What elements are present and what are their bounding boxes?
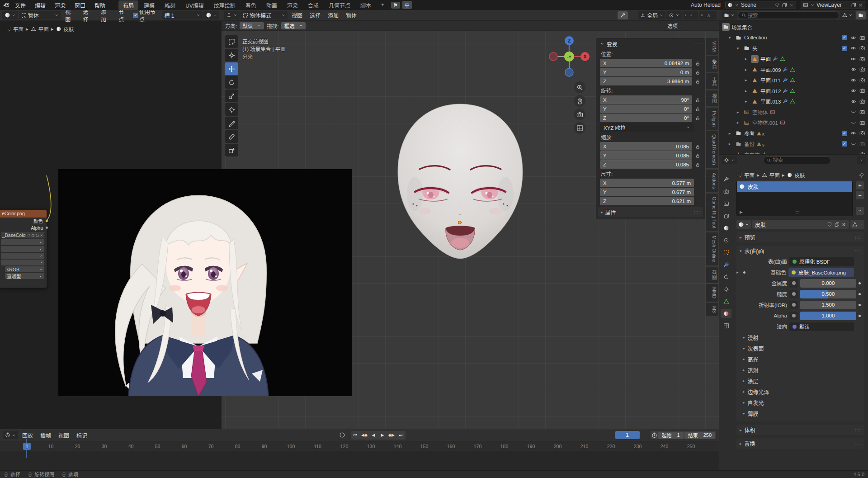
outliner-row-empty[interactable]: ▸ 空物体 [719, 107, 868, 118]
workspace-tab-uv[interactable]: UV编辑 [181, 0, 208, 10]
tab-data-icon[interactable] [721, 297, 731, 306]
timeline-menu-keying[interactable]: 插帧 [37, 431, 54, 440]
camera-icon[interactable] [859, 88, 865, 94]
outliner-search[interactable] [738, 11, 839, 19]
browse-material-button[interactable] [203, 11, 219, 19]
tab-game-rig-tool[interactable]: Game Rig Tool [706, 194, 718, 231]
camera-disabled-icon[interactable] [859, 141, 865, 147]
outliner-search-input[interactable] [748, 13, 835, 18]
node-dropdown-1[interactable] [1, 239, 44, 245]
node-dropdown-4[interactable] [1, 260, 44, 265]
keyframe-dot[interactable] [859, 304, 861, 306]
tab-object-icon[interactable] [721, 248, 731, 257]
proportional-edit-icon[interactable] [699, 12, 705, 18]
camera-icon[interactable] [859, 77, 865, 83]
subpanel-transmission[interactable]: ▸透射 [736, 364, 864, 375]
timeline-ruler[interactable]: 1020304050607080901001101201301401501601… [0, 441, 719, 451]
tab-scene-icon[interactable] [721, 223, 731, 232]
outliner-display-mode[interactable] [722, 11, 737, 19]
subpanel-coat[interactable]: ▸涂层 [736, 375, 864, 386]
pivot-point-dropdown[interactable] [666, 11, 682, 19]
transform-panel-header[interactable]: 变换 :::: [596, 38, 705, 49]
menu-window[interactable]: 窗口 [71, 0, 90, 10]
editor-type-button[interactable] [722, 156, 737, 164]
outliner-row-empty001[interactable]: ▸ 空物体.001 [719, 118, 868, 128]
rotation-y-field[interactable]: Y0° [600, 104, 692, 113]
rotation-z-field[interactable]: Z0° [600, 114, 692, 122]
outliner-row-collection[interactable]: ▾ Collection ✓ [719, 33, 868, 43]
snap-magnet-icon[interactable] [683, 12, 689, 18]
browse-material-button[interactable] [736, 220, 751, 229]
rotate-tool[interactable] [225, 76, 238, 89]
outliner-row-plane012[interactable]: ▸ 平面.012 [719, 85, 868, 96]
jump-to-end-button[interactable]: ⏭ [396, 431, 405, 439]
camera-icon[interactable] [859, 109, 865, 115]
tab-constraints-icon[interactable] [721, 284, 731, 293]
outliner-row-reference[interactable]: ▸ 参考 5 ✓ [719, 128, 868, 139]
location-x-field[interactable]: X-0.08492 m [600, 59, 692, 67]
outliner-row-backup[interactable]: ▸ 备份 9 ✓ [719, 139, 868, 150]
close-icon[interactable] [40, 233, 43, 237]
panel-grip[interactable]: :::: [695, 42, 701, 46]
image-data-icon[interactable] [770, 109, 775, 115]
pan-hand-button[interactable] [574, 95, 585, 107]
lock-icon[interactable] [694, 61, 701, 66]
tab-viewlayer-icon[interactable] [721, 211, 731, 220]
close-icon[interactable] [858, 3, 863, 8]
tab-addons[interactable]: Addons [706, 170, 718, 192]
crumb-object[interactable]: 平面 [744, 171, 755, 179]
workspace-tab-sculpt[interactable]: 雕刻 [160, 0, 180, 10]
menu-help[interactable]: 帮助 [90, 0, 109, 10]
viewport-menu-select[interactable]: 选择 [307, 11, 324, 19]
flag-icon[interactable]: ⚑ [391, 2, 400, 9]
panel-grip[interactable]: :::: [694, 210, 700, 214]
pin-icon[interactable] [774, 2, 780, 8]
outliner-row-plane009[interactable]: ▸ 平面.009 [719, 64, 868, 75]
viewport-menu-object[interactable]: 物体 [343, 11, 360, 19]
shader-type-dropdown[interactable]: 物体 [19, 11, 61, 19]
camera-icon[interactable] [859, 99, 865, 104]
tab-tool[interactable]: 工具 [706, 73, 718, 89]
play-button[interactable]: ▶ [378, 431, 387, 439]
lock-icon[interactable] [694, 106, 701, 112]
tab-output-icon[interactable] [721, 199, 731, 208]
ior-slider[interactable]: 1.500 [800, 301, 856, 309]
location-z-field[interactable]: Z3.9864 m [600, 77, 692, 85]
panel-grip[interactable]: :::: [855, 428, 861, 432]
alpha-slider[interactable]: 1.000 [800, 312, 856, 320]
eye-icon[interactable] [850, 88, 856, 94]
eye-closed-icon[interactable] [850, 141, 856, 147]
workspace-tab-texpaint[interactable]: 纹理绘制 [209, 0, 240, 10]
modifier-wrench-icon[interactable] [783, 99, 788, 104]
material-slot-selected[interactable]: 皮肤 [737, 181, 852, 192]
tab-material-icon[interactable] [721, 309, 731, 318]
link-target-button[interactable] [850, 220, 864, 229]
language-button[interactable]: 中 [402, 1, 412, 9]
add-cube-tool[interactable] [225, 144, 238, 156]
material-slot-list[interactable]: 皮肤 ▶ :::: [736, 181, 853, 216]
lock-icon[interactable] [694, 162, 701, 167]
camera-icon[interactable] [859, 66, 865, 72]
start-frame-field[interactable]: 起始 1 [658, 432, 684, 439]
tab-mesh-online[interactable]: Mesh Online [706, 232, 718, 265]
eye-icon[interactable] [850, 56, 856, 62]
scale-tool[interactable] [225, 90, 238, 102]
socket-button[interactable] [789, 290, 798, 298]
tool-orientation-dropdown[interactable]: 默认 [240, 22, 264, 29]
checkbox-icon[interactable]: ✓ [842, 141, 847, 147]
tab-texture-icon[interactable] [721, 321, 731, 330]
scene-selector[interactable]: Scene [725, 1, 796, 9]
alpha-socket-icon[interactable] [45, 226, 48, 229]
lock-icon[interactable] [694, 115, 701, 121]
tab-tool-icon[interactable] [721, 175, 731, 184]
modifier-wrench-icon[interactable] [783, 67, 788, 72]
zoom-button[interactable] [574, 81, 585, 93]
editor-type-button[interactable] [224, 11, 240, 19]
lock-icon[interactable] [694, 79, 701, 84]
scale-z-field[interactable]: Z0.085 [600, 160, 692, 169]
modifier-wrench-icon[interactable] [783, 88, 788, 94]
attributes-panel-header[interactable]: ▸ 属性 :::: [598, 207, 703, 217]
new-collection-button[interactable] [856, 11, 866, 19]
rotation-x-field[interactable]: X90° [600, 95, 692, 104]
surface-panel-header[interactable]: ▾ 表(曲)面 :::: [736, 246, 864, 256]
